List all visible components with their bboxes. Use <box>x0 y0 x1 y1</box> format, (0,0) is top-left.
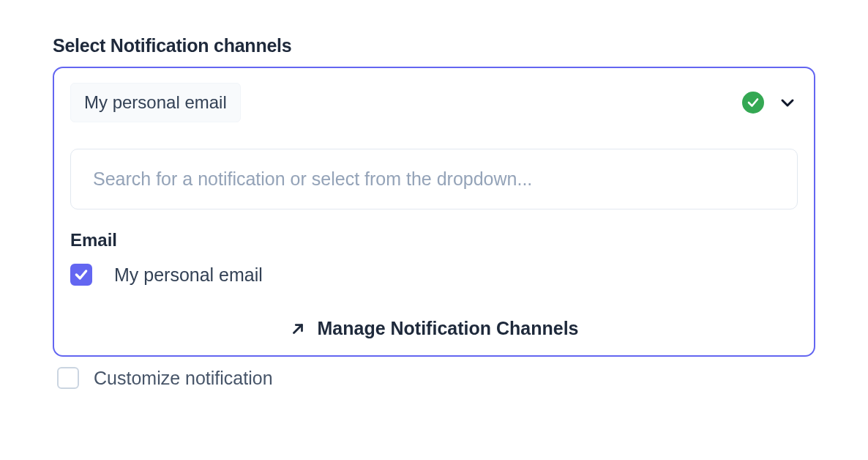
channel-search-input[interactable] <box>70 149 798 209</box>
channel-option[interactable]: My personal email <box>70 261 798 292</box>
chevron-down-icon[interactable] <box>777 92 798 113</box>
selected-channel-actions <box>742 92 798 114</box>
svg-line-0 <box>293 324 302 333</box>
selected-channel-label: My personal email <box>84 92 227 113</box>
channel-option-label: My personal email <box>114 264 263 286</box>
external-arrow-icon <box>290 321 306 337</box>
section-title: Select Notification channels <box>53 35 815 56</box>
channel-group-heading: Email <box>70 230 798 251</box>
channels-panel: My personal email Email <box>53 67 815 357</box>
customize-label: Customize notification <box>94 368 273 389</box>
manage-channels-label: Manage Notification Channels <box>318 318 579 339</box>
notification-channels-section: Select Notification channels My personal… <box>0 0 868 409</box>
customize-checkbox[interactable] <box>57 367 79 389</box>
manage-channels-link[interactable]: Manage Notification Channels <box>70 318 798 339</box>
selected-channel-chip[interactable]: My personal email <box>70 83 241 122</box>
selected-channel-row: My personal email <box>70 83 798 122</box>
channel-option-checkbox[interactable] <box>70 264 92 286</box>
check-circle-icon <box>742 92 764 114</box>
customize-notification-toggle[interactable]: Customize notification <box>53 367 815 389</box>
